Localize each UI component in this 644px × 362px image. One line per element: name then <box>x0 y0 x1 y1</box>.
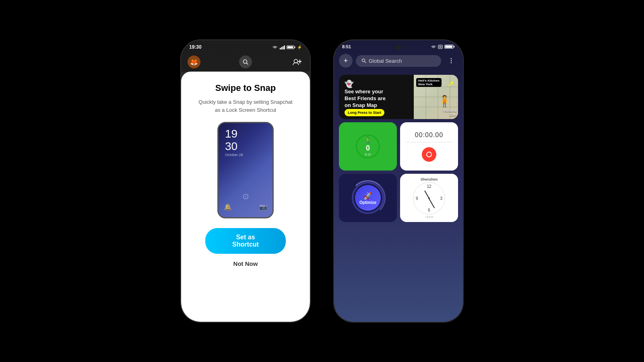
svg-point-9 <box>294 60 298 63</box>
snapchat-logo: 👻 <box>345 80 408 88</box>
phone-mockup-illustration: 19 30 October 28 ⊙ 🔔 📷 <box>217 122 274 218</box>
steps-icon: 🚶 <box>364 136 372 144</box>
right-phone: 8:51 <box>334 40 463 322</box>
optimize-ring <box>350 180 386 216</box>
header-search-button[interactable] <box>239 56 252 68</box>
banner-right: Hell's Kitchen New York 🧍 Victoria 15m ↗ <box>414 75 458 119</box>
svg-point-21 <box>451 62 452 64</box>
svg-rect-16 <box>454 46 455 47</box>
widget-grid-row1: 🚶 0 0 m 00:00.00 <box>339 122 458 171</box>
stopwatch-separator <box>406 142 452 142</box>
mockup-date: October 28 <box>222 153 243 157</box>
steps-widget[interactable]: 🚶 0 0 m <box>339 122 397 171</box>
svg-rect-0 <box>280 48 281 49</box>
banner-location-name: Hell's Kitchen New York <box>416 78 442 87</box>
clock-9: 9 <box>416 196 418 200</box>
steps-unit: 0 m <box>365 152 371 156</box>
clock-offset: +13 h <box>425 215 433 219</box>
signal-icon <box>279 45 285 49</box>
record-button[interactable] <box>422 147 436 162</box>
clock-widget[interactable]: Shenzhen 12 3 6 9 +13 h <box>400 174 458 222</box>
left-status-icons: ⚡ <box>272 45 302 49</box>
more-button[interactable] <box>444 54 458 68</box>
left-phone: 19:30 <box>181 40 310 322</box>
svg-point-17 <box>362 59 365 62</box>
search-placeholder: Global Search <box>369 58 402 64</box>
record-inner <box>426 152 432 157</box>
long-press-cta[interactable]: Long Press to Start <box>345 109 384 116</box>
add-button[interactable]: + <box>339 54 353 68</box>
svg-line-18 <box>365 62 366 63</box>
left-header: 🦊 <box>181 52 310 72</box>
svg-line-8 <box>247 63 248 65</box>
clock-center-dot <box>428 197 430 199</box>
clock-face: 12 3 6 9 <box>413 182 445 214</box>
right-time: 8:51 <box>342 44 351 49</box>
search-bar-icon <box>361 58 366 63</box>
stopwatch-widget[interactable]: 00:00.00 <box>400 122 458 171</box>
steps-circle: 🚶 0 0 m <box>356 134 380 158</box>
left-time: 19:30 <box>189 44 202 50</box>
snap-map-banner[interactable]: 👻 See where yourBest Friends areon Snap … <box>339 75 458 119</box>
not-now-button[interactable]: Not Now <box>233 260 258 267</box>
svg-rect-13 <box>439 46 442 48</box>
svg-rect-1 <box>281 47 283 49</box>
svg-rect-3 <box>284 45 285 49</box>
minute-hand <box>429 198 435 208</box>
widgets-area: 👻 See where yourBest Friends areon Snap … <box>334 72 463 322</box>
svg-rect-15 <box>445 45 452 48</box>
clock-3: 3 <box>440 196 442 200</box>
right-battery-icon <box>444 44 455 49</box>
left-status-bar: 19:30 <box>181 40 310 52</box>
optimize-outer-ring: 🚀 Optimize <box>352 182 384 214</box>
more-icon <box>448 58 454 64</box>
svg-rect-5 <box>287 46 293 48</box>
svg-point-19 <box>451 58 452 60</box>
camera-notch <box>396 45 401 50</box>
optimize-widget[interactable]: 🚀 Optimize <box>339 174 397 222</box>
banner-left: 👻 See where yourBest Friends areon Snap … <box>339 75 414 119</box>
battery-icon <box>287 45 295 49</box>
widget-grid-row2: 🚀 Optimize Shenzhen 12 3 6 <box>339 174 458 222</box>
scene: 19:30 <box>181 40 463 322</box>
clock-6: 6 <box>428 208 430 212</box>
swipe-to-snap-modal: Swipe to Snap Quickly take a Snap by set… <box>181 72 310 322</box>
user-avatar: 🧍 <box>438 95 452 108</box>
charging-icon: ⚡ <box>297 45 302 49</box>
global-search-bar[interactable]: Global Search <box>356 55 441 67</box>
mockup-time: 19 30 <box>222 128 237 153</box>
banner-text: See where yourBest Friends areon Snap Ma… <box>345 88 408 109</box>
clock-city: Shenzhen <box>421 177 438 181</box>
modal-title: Swipe to Snap <box>215 83 276 93</box>
add-friend-icon <box>293 59 301 65</box>
steps-count: 0 <box>366 144 370 152</box>
svg-rect-6 <box>295 46 295 48</box>
snap-map-arrow: ↗ <box>447 79 454 88</box>
avatar[interactable]: 🦊 <box>188 56 200 68</box>
svg-rect-2 <box>283 46 284 49</box>
set-shortcut-button[interactable]: Set as Shortcut <box>205 228 286 254</box>
mockup-bottom-icons: 🔔 📷 <box>224 203 267 211</box>
wifi-icon <box>272 45 278 49</box>
right-wifi-icon <box>431 45 436 49</box>
search-icon <box>243 59 248 65</box>
clock-12: 12 <box>427 184 431 189</box>
sim-icon <box>438 45 443 49</box>
fingerprint-icon: ⊙ <box>242 191 249 201</box>
stopwatch-time: 00:00.00 <box>415 132 443 139</box>
add-friend-button[interactable] <box>291 56 303 68</box>
svg-point-20 <box>451 60 452 62</box>
banner-user: Victoria 15m <box>443 109 456 117</box>
right-header: + Global Search <box>334 51 463 72</box>
modal-description: Quickly take a Snap by setting Snapchata… <box>198 98 292 114</box>
